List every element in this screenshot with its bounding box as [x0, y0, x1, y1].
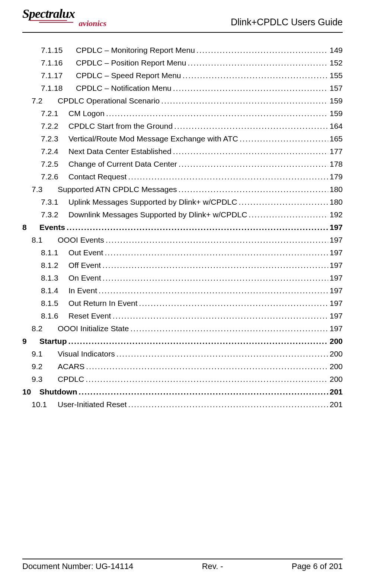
toc-entry-page: 200 [330, 335, 343, 348]
toc-leader-dots [106, 107, 328, 120]
toc-entry-title: ACARS [58, 360, 84, 373]
toc-entry-page: 152 [330, 57, 343, 69]
toc-entry-number: 7.1.18 [41, 82, 74, 95]
page-footer: Document Number: UG-14114 Rev. - Page 6 … [22, 559, 343, 571]
toc-entry-page: 197 [330, 246, 343, 259]
toc-leader-dots [102, 259, 328, 272]
toc-leader-dots [86, 373, 328, 386]
toc-leader-dots [112, 310, 328, 322]
toc-entry[interactable]: 7.1.15CPDLC – Monitoring Report Menu149 [22, 44, 343, 57]
toc-entry[interactable]: 8.1.5Out Return In Event197 [22, 297, 343, 310]
toc-entry[interactable]: 7.3.2Downlink Messages Supported by Dlin… [22, 208, 343, 221]
toc-entry-number: 9.1 [32, 348, 56, 360]
toc-entry[interactable]: 8.1OOOI Events197 [22, 234, 343, 246]
toc-entry-title: In Event [68, 284, 97, 297]
toc-leader-dots [86, 360, 328, 373]
toc-entry-title: CPDLC Operational Scenario [58, 95, 160, 107]
toc-leader-dots [174, 120, 328, 132]
toc-entry-title: Out Return In Event [68, 297, 138, 310]
toc-entry-title: CPDLC [58, 373, 84, 386]
document-number: Document Number: UG-14114 [22, 562, 133, 571]
toc-entry[interactable]: 9.1Visual Indicators200 [22, 348, 343, 360]
toc-entry-number: 10.1 [32, 398, 56, 411]
toc-entry-title: Vertical/Route Mod Message Exchange with… [68, 132, 238, 145]
toc-entry[interactable]: 10.1User-Initiated Reset201 [22, 398, 343, 411]
toc-entry-number: 8.2 [32, 322, 56, 335]
toc-entry-page: 197 [330, 284, 343, 297]
toc-leader-dots [106, 234, 328, 246]
toc-entry[interactable]: 7.3.1Uplink Messages Supported by Dlink+… [22, 196, 343, 208]
logo-sub-text: avionics [79, 19, 106, 28]
toc-entry-page: 159 [330, 95, 343, 107]
toc-entry-page: 164 [330, 120, 343, 132]
toc-leader-dots [196, 44, 328, 57]
toc-entry-title: CPDLC – Position Report Menu [76, 57, 186, 69]
toc-entry-page: 200 [330, 348, 343, 360]
toc-leader-dots [128, 398, 328, 411]
toc-entry[interactable]: 8.2OOOI Initialize State197 [22, 322, 343, 335]
toc-entry[interactable]: 9.2ACARS200 [22, 360, 343, 373]
toc-leader-dots [116, 348, 328, 360]
toc-leader-dots [173, 145, 328, 158]
revision-label: Rev. - [202, 562, 223, 571]
toc-entry-page: 197 [330, 259, 343, 272]
toc-leader-dots [183, 69, 328, 82]
toc-leader-dots [99, 284, 328, 297]
toc-entry-number: 7.3.2 [41, 208, 67, 221]
toc-entry[interactable]: 7.2.5Change of Current Data Center178 [22, 158, 343, 170]
toc-entry-page: 197 [330, 297, 343, 310]
toc-entry-title: Change of Current Data Center [68, 158, 177, 170]
toc-entry-title: Next Data Center Established [68, 145, 172, 158]
toc-entry[interactable]: 7.2.6Contact Request179 [22, 170, 343, 183]
toc-entry-page: 197 [330, 322, 343, 335]
toc-entry-title: Reset Event [68, 310, 111, 322]
toc-entry-page: 157 [330, 82, 343, 95]
toc-entry[interactable]: 8.1.2Off Event197 [22, 259, 343, 272]
toc-leader-dots [68, 335, 328, 348]
toc-entry-page: 197 [330, 234, 343, 246]
toc-entry-page: 180 [330, 196, 343, 208]
toc-entry[interactable]: 7.2.3Vertical/Route Mod Message Exchange… [22, 132, 343, 145]
toc-entry-number: 7.1.16 [41, 57, 74, 69]
toc-entry[interactable]: 7.1.18CPDLC – Notification Menu157 [22, 82, 343, 95]
toc-entry-page: 159 [330, 107, 343, 120]
toc-entry[interactable]: 7.2.2CPDLC Start from the Ground164 [22, 120, 343, 132]
toc-entry[interactable]: 7.2.4Next Data Center Established177 [22, 145, 343, 158]
toc-entry-title: OOOI Events [58, 234, 104, 246]
toc-leader-dots [105, 246, 328, 259]
page-header: Spectralux avionics Dlink+CPDLC Users Gu… [22, 7, 343, 33]
toc-leader-dots [179, 158, 328, 170]
toc-entry-title: CM Logon [68, 107, 105, 120]
toc-entry[interactable]: 9.3CPDLC200 [22, 373, 343, 386]
toc-entry-number: 8.1.3 [41, 272, 67, 284]
toc-entry-title: Contact Request [68, 170, 127, 183]
toc-entry-title: Visual Indicators [58, 348, 115, 360]
toc-entry-title: CPDLC – Notification Menu [76, 82, 172, 95]
toc-entry[interactable]: 8.1.4In Event197 [22, 284, 343, 297]
toc-entry-number: 8.1.4 [41, 284, 67, 297]
toc-entry[interactable]: 7.3Supported ATN CPDLC Messages180 [22, 183, 343, 196]
toc-entry[interactable]: 8.1.3On Event197 [22, 272, 343, 284]
toc-entry[interactable]: 9Startup200 [22, 335, 343, 348]
toc-entry-title: Shutdown [39, 386, 77, 398]
toc-entry-page: 200 [330, 373, 343, 386]
toc-entry[interactable]: 7.1.16CPDLC – Position Report Menu152 [22, 57, 343, 69]
toc-entry[interactable]: 7.2CPDLC Operational Scenario159 [22, 95, 343, 107]
toc-entry[interactable]: 8.1.6Reset Event197 [22, 310, 343, 322]
toc-entry-number: 7.3.1 [41, 196, 67, 208]
toc-leader-dots [130, 322, 328, 335]
toc-entry-page: 192 [330, 208, 343, 221]
toc-leader-dots [249, 208, 328, 221]
toc-entry-number: 7.2.3 [41, 132, 67, 145]
toc-entry-title: User-Initiated Reset [58, 398, 127, 411]
toc-entry-title: Downlink Messages Supported by Dlink+ w/… [68, 208, 247, 221]
toc-entry[interactable]: 8Events197 [22, 221, 343, 234]
toc-entry[interactable]: 8.1.1Out Event197 [22, 246, 343, 259]
toc-entry-title: On Event [68, 272, 101, 284]
toc-leader-dots [67, 221, 328, 234]
toc-entry[interactable]: 7.2.1CM Logon159 [22, 107, 343, 120]
toc-entry-number: 7.2.2 [41, 120, 67, 132]
toc-entry[interactable]: 7.1.17CPDLC – Speed Report Menu155 [22, 69, 343, 82]
toc-entry[interactable]: 10Shutdown201 [22, 386, 343, 398]
toc-leader-dots [173, 82, 328, 95]
